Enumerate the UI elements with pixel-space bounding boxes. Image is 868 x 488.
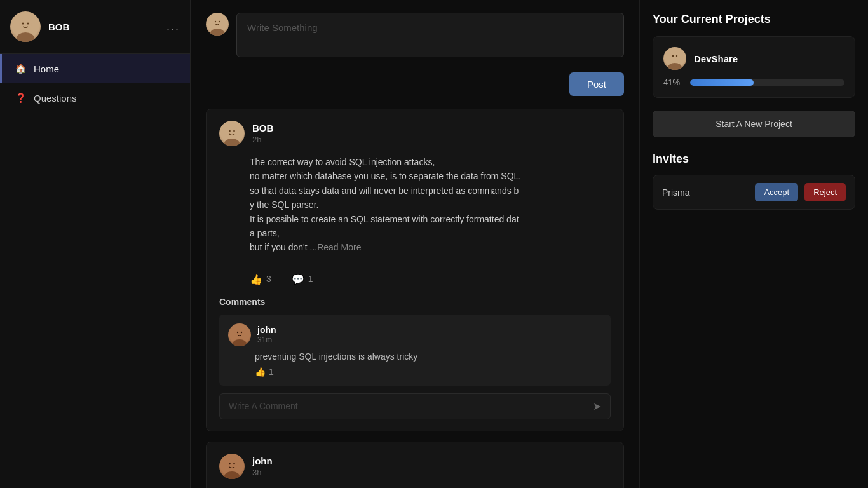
post-body: The correct way to avoid SQL injection a… [219,155,611,255]
project-name: DevShare [694,53,738,64]
svg-point-3 [22,23,24,25]
svg-point-13 [234,328,245,338]
post-header: BOB 2h [219,121,611,146]
comment-count: 1 [308,274,313,284]
comment-like-btn[interactable]: 👍 1 [228,367,602,377]
svg-point-10 [224,139,240,146]
post2-author-name: john [252,456,273,466]
read-more-link[interactable]: ...Read More [310,242,362,252]
svg-point-12 [233,130,235,132]
svg-point-4 [27,23,29,25]
svg-point-14 [233,339,247,346]
comment-like-count: 1 [269,367,274,377]
compose-box [206,13,624,60]
write-comment-row: ➤ [219,393,611,419]
svg-point-7 [215,21,216,22]
svg-point-17 [226,459,238,470]
post-actions: 👍 3 💬 1 [219,273,611,285]
sidebar: BOB ... 🏠 Home ❓ Questions [0,0,191,488]
comment-author-info: john 31m [257,325,276,344]
post-card: BOB 2h The correct way to avoid SQL inje… [206,109,624,431]
svg-point-6 [210,29,224,36]
sidebar-item-questions-label: Questions [34,93,77,104]
compose-textarea[interactable] [236,13,624,57]
svg-point-9 [226,126,238,137]
post-author-name: BOB [252,123,273,133]
questions-icon: ❓ [15,92,26,104]
post-card-partial: john 3h [206,442,624,488]
post-author-avatar [219,121,245,146]
svg-point-23 [672,55,674,57]
post2-author-avatar [219,454,245,479]
sidebar-header: BOB ... [0,0,190,54]
progress-percent: 41% [663,78,684,87]
progress-bar-fill [690,79,754,86]
comments-label: Comments [219,297,611,307]
post2-time: 3h [252,468,273,477]
comment-like-icon: 👍 [255,367,266,377]
comment-icon: 💬 [292,273,304,285]
post-divider [219,264,611,264]
reject-button[interactable]: Reject [804,183,846,201]
start-project-button[interactable]: Start A New Project [653,111,855,137]
comment-author-name: john [257,325,276,335]
compose-avatar [206,13,229,36]
invite-row: Prisma Accept Reject [653,175,855,210]
post-author-info: BOB 2h [252,123,273,144]
invite-name: Prisma [662,187,749,198]
comment-author-avatar [228,323,251,346]
project-header: DevShare [663,47,844,70]
home-icon: 🏠 [15,63,26,74]
svg-point-5 [212,17,222,27]
comment-header: john 31m [228,323,602,346]
main-feed: Post BOB 2h The correct way to avoid SQL… [191,0,639,488]
compose-input-wrap [236,13,624,60]
progress-bar-bg [690,79,844,86]
post-text: The correct way to avoid SQL injection a… [250,157,521,252]
comments-section: Comments john 31m [219,294,611,419]
comment-text: preventing SQL injections is always tric… [228,351,602,362]
write-comment-input[interactable] [229,401,588,411]
svg-point-2 [19,18,32,30]
invites-title: Invites [653,152,855,166]
like-icon: 👍 [250,273,262,285]
post2-header: john 3h [219,454,611,479]
svg-point-8 [219,21,220,22]
post2-author-info: john 3h [252,456,273,477]
send-icon[interactable]: ➤ [593,400,601,412]
sidebar-item-home[interactable]: 🏠 Home [0,54,190,83]
sidebar-item-questions[interactable]: ❓ Questions [0,83,190,112]
right-panel: Your Current Projects DevShare 41% Start… [639,0,868,488]
comment-item: john 31m preventing SQL injections is al… [219,315,611,386]
svg-point-20 [233,463,235,464]
comment-time: 31m [257,336,276,344]
svg-point-19 [229,463,231,464]
sidebar-item-home-label: Home [34,64,59,74]
project-progress-row: 41% [663,78,844,87]
svg-point-11 [229,130,231,132]
like-count: 3 [266,274,271,284]
svg-point-16 [241,332,242,333]
svg-point-22 [668,63,682,70]
svg-point-21 [670,51,680,62]
post-time: 2h [252,135,273,144]
comment-button[interactable]: 💬 1 [292,273,313,285]
project-avatar [663,47,686,70]
sidebar-username: BOB [48,22,159,32]
like-button[interactable]: 👍 3 [250,273,271,285]
accept-button[interactable]: Accept [755,183,798,201]
svg-point-1 [17,32,34,42]
post-button[interactable]: Post [569,72,624,96]
project-card: DevShare 41% [653,36,855,98]
projects-title: Your Current Projects [653,13,855,26]
avatar [10,11,41,42]
svg-point-24 [676,55,677,57]
sidebar-nav: 🏠 Home ❓ Questions [0,54,190,112]
svg-point-15 [237,332,238,333]
sidebar-dots-btn[interactable]: ... [166,20,180,34]
svg-point-18 [224,471,240,479]
post-btn-row: Post [206,72,624,96]
